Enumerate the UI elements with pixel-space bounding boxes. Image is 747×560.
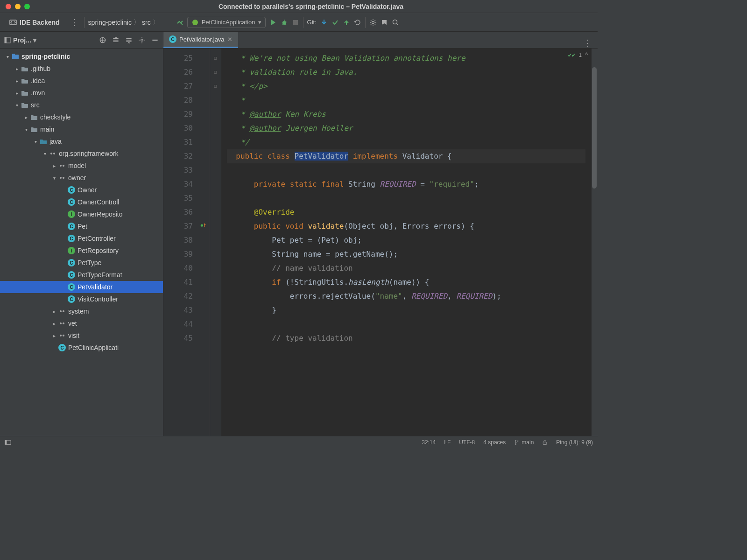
chevron-right-icon[interactable]: ▸ bbox=[50, 333, 58, 338]
pkg-icon bbox=[58, 332, 66, 339]
tree-item[interactable]: ▾org.springframework bbox=[0, 147, 163, 160]
chevron-down-icon[interactable]: ▾ bbox=[41, 151, 49, 156]
tree-item[interactable]: CPet bbox=[0, 220, 163, 232]
code-editor[interactable]: 2526272829303132333435363738394041424344… bbox=[163, 49, 598, 436]
chevron-right-icon: 〉 bbox=[134, 18, 140, 27]
tree-item[interactable]: ▸vet bbox=[0, 317, 163, 329]
editor-pane: C PetValidator.java ✕ ⋮ 2526272829303132… bbox=[163, 32, 598, 436]
tree-item[interactable]: IOwnerReposito bbox=[0, 208, 163, 220]
chevron-right-icon[interactable]: ▸ bbox=[50, 163, 58, 168]
close-tab-icon[interactable]: ✕ bbox=[227, 36, 233, 43]
svg-point-18 bbox=[60, 310, 62, 312]
git-label: Git: bbox=[307, 19, 317, 26]
git-commit-icon[interactable] bbox=[331, 19, 339, 26]
code-area[interactable]: * We're not using Bean Validation annota… bbox=[221, 49, 591, 436]
tool-settings-icon[interactable] bbox=[138, 36, 146, 44]
scroll-thumb[interactable] bbox=[592, 67, 597, 189]
tree-item[interactable]: CPetController bbox=[0, 232, 163, 245]
chevron-down-icon: ▾ bbox=[33, 36, 36, 44]
caret-position[interactable]: 32:14 bbox=[422, 439, 436, 446]
tree-item[interactable]: ▾main bbox=[0, 123, 163, 135]
ide-backend-button[interactable]: IDE Backend bbox=[5, 17, 64, 28]
tree-item[interactable]: ▾spring-petclinic bbox=[0, 50, 163, 63]
debug-icon[interactable] bbox=[281, 19, 288, 26]
svg-point-15 bbox=[63, 165, 64, 167]
tree-item[interactable]: CPetValidator bbox=[0, 281, 163, 293]
git-branch[interactable]: main bbox=[514, 439, 534, 446]
tool-windows-icon[interactable] bbox=[5, 439, 11, 446]
tree-item[interactable]: ▸.idea bbox=[0, 75, 163, 87]
chevron-right-icon[interactable]: ▸ bbox=[13, 78, 21, 84]
run-icon[interactable] bbox=[269, 19, 277, 26]
tree-item[interactable]: CPetTypeFormat bbox=[0, 269, 163, 281]
tree-item[interactable]: IPetRepository bbox=[0, 245, 163, 257]
ide-backend-menu-icon[interactable]: ⋮ bbox=[68, 17, 80, 28]
breadcrumb-item[interactable]: src bbox=[142, 19, 151, 26]
tree-item[interactable]: ▾src bbox=[0, 99, 163, 111]
tree-item[interactable]: ▸model bbox=[0, 160, 163, 172]
settings-icon[interactable] bbox=[369, 19, 377, 26]
close-window-icon[interactable] bbox=[6, 4, 11, 9]
tree-item[interactable]: ▸checkstyle bbox=[0, 111, 163, 123]
chevron-down-icon[interactable]: ▾ bbox=[32, 139, 39, 144]
chevron-right-icon[interactable]: ▸ bbox=[22, 115, 30, 120]
fold-column[interactable]: ⊟⊟⊟ bbox=[210, 49, 221, 436]
search-icon[interactable] bbox=[392, 19, 399, 26]
folder-icon bbox=[21, 89, 29, 97]
chevron-right-icon[interactable]: ▸ bbox=[13, 66, 21, 71]
editor-scrollbar[interactable] bbox=[591, 49, 598, 436]
project-tree[interactable]: ▾spring-petclinic▸.github▸.idea▸.mvn▾src… bbox=[0, 49, 163, 436]
tree-item[interactable]: ▸.mvn bbox=[0, 87, 163, 99]
chevron-right-icon[interactable]: ▸ bbox=[50, 309, 58, 314]
chevron-down-icon[interactable]: ▾ bbox=[13, 103, 21, 108]
tool-window-icon bbox=[4, 36, 11, 44]
editor-tab[interactable]: C PetValidator.java ✕ bbox=[163, 32, 238, 48]
tab-menu-icon[interactable]: ⋮ bbox=[578, 38, 598, 48]
svg-rect-10 bbox=[12, 55, 19, 59]
chevron-right-icon[interactable]: ▸ bbox=[50, 321, 58, 326]
class-icon: C bbox=[169, 35, 176, 43]
tree-item[interactable]: ▾owner bbox=[0, 172, 163, 184]
chevron-up-icon[interactable]: ⌃ bbox=[585, 51, 588, 58]
chevron-right-icon[interactable]: ▸ bbox=[13, 91, 21, 96]
tree-item-label: PetRepository bbox=[78, 247, 119, 254]
expand-all-icon[interactable] bbox=[112, 36, 120, 44]
project-title[interactable]: Proj... ▾ bbox=[4, 36, 36, 44]
maximize-window-icon[interactable] bbox=[24, 4, 30, 9]
git-push-icon[interactable] bbox=[343, 19, 350, 26]
tree-item-label: PetValidator bbox=[78, 283, 113, 291]
tree-item[interactable]: ▸.github bbox=[0, 63, 163, 75]
ping-status[interactable]: Ping (UI): 9 (9) bbox=[556, 439, 593, 446]
file-encoding[interactable]: UTF-8 bbox=[459, 439, 475, 446]
tree-item[interactable]: ▸system bbox=[0, 305, 163, 317]
run-config-selector[interactable]: PetClinicApplication ▾ bbox=[187, 17, 266, 28]
build-icon[interactable] bbox=[176, 19, 183, 26]
gutter[interactable]: 2526272829303132333435363738394041424344… bbox=[163, 49, 210, 436]
hide-tool-window-icon[interactable] bbox=[151, 36, 159, 44]
tree-item[interactable]: CVisitController bbox=[0, 293, 163, 305]
code-with-me-icon[interactable] bbox=[381, 19, 388, 26]
indent-settings[interactable]: 4 spaces bbox=[483, 439, 506, 446]
git-pull-icon[interactable] bbox=[320, 19, 328, 26]
history-icon[interactable] bbox=[354, 19, 361, 26]
tree-item[interactable]: ▸visit bbox=[0, 329, 163, 342]
tree-item[interactable]: CPetType bbox=[0, 257, 163, 269]
read-only-icon[interactable] bbox=[542, 440, 548, 445]
chevron-down-icon[interactable]: ▾ bbox=[50, 175, 58, 181]
tree-item[interactable]: COwner bbox=[0, 184, 163, 196]
tree-item[interactable]: COwnerControll bbox=[0, 196, 163, 208]
tree-item[interactable]: CPetClinicApplicati bbox=[0, 342, 163, 354]
minimize-window-icon[interactable] bbox=[15, 4, 21, 9]
breadcrumb-item[interactable]: spring-petclinic bbox=[88, 19, 132, 26]
select-opened-file-icon[interactable] bbox=[99, 36, 107, 44]
collapse-all-icon[interactable] bbox=[125, 36, 133, 44]
chevron-down-icon[interactable]: ▾ bbox=[22, 127, 30, 132]
svg-rect-3 bbox=[293, 20, 298, 25]
stop-icon[interactable] bbox=[292, 19, 299, 26]
tree-item[interactable]: ▾java bbox=[0, 135, 163, 147]
tree-item-label: visit bbox=[68, 332, 79, 339]
svg-point-21 bbox=[63, 322, 64, 324]
line-separator[interactable]: LF bbox=[444, 439, 451, 446]
chevron-down-icon[interactable]: ▾ bbox=[4, 54, 11, 59]
tab-label: PetValidator.java bbox=[179, 36, 225, 43]
